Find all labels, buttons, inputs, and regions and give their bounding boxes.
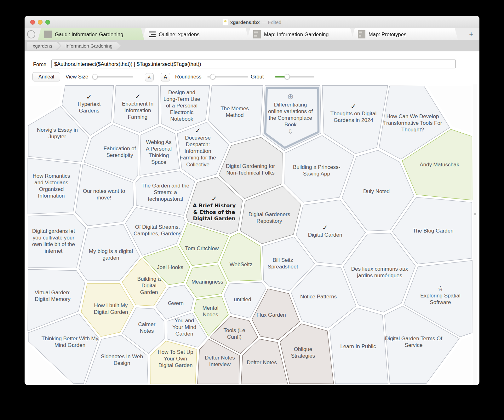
traffic-lights: [30, 20, 50, 25]
check-badge-icon: ✓: [69, 93, 110, 101]
tab-map-prototypes[interactable]: Map: Prototypes: [352, 28, 458, 40]
map-cell-label: Sidenotes In Web Design: [101, 354, 143, 366]
map-cell-how-i-built-my-digital-garden[interactable]: How I built My Digital Garden: [90, 302, 132, 315]
anneal-button[interactable]: Anneal: [32, 72, 60, 81]
map-cell-blog-garden[interactable]: The Blog Garden: [399, 227, 468, 234]
font-smaller-button[interactable]: A: [145, 73, 154, 81]
map-cell-thoughts-digital-gardens-2024[interactable]: ✓Thoughts on Digital Gardens in 2024: [326, 103, 381, 124]
slider-thumb[interactable]: [284, 74, 290, 79]
map-cell-label: Hypertext Gardens: [78, 101, 101, 114]
map-cell-untitled[interactable]: untitled: [227, 296, 258, 303]
tab-gaudi-information-gardening[interactable]: Gaudi: Information Gardening: [38, 28, 144, 40]
window-edited-status: — Edited: [262, 20, 281, 25]
map-cell-memes-method[interactable]: The Memes Method: [213, 105, 257, 118]
slider-thumb[interactable]: [92, 74, 98, 79]
grout-slider[interactable]: [275, 72, 314, 81]
map-cell-romantics-victorians[interactable]: How Romantics and Victorians Organized I…: [30, 173, 72, 199]
map-cell-mental-nodes[interactable]: Mental Nodes: [198, 305, 222, 318]
tab-map-information-gardening[interactable]: Map: Information Gardening: [247, 28, 353, 40]
map-cell-label: Mental Nodes: [202, 305, 218, 318]
map-cell-my-blog-digital-garden[interactable]: My blog is a digital garden: [86, 248, 136, 261]
add-link-icon[interactable]: ⊕: [267, 92, 314, 101]
map-cell-how-to-set-up[interactable]: How To Set Up Your Own Digital Garden: [158, 349, 193, 369]
check-badge-icon: ✓: [121, 93, 155, 101]
map-cell-sidenotes-web-design[interactable]: Sidenotes In Web Design: [96, 353, 148, 366]
map-cell-defter-notes[interactable]: Defter Notes: [244, 359, 280, 366]
gaudi-map[interactable]: ✓Hypertext Gardens✓Enactment In Informat…: [27, 84, 473, 385]
minimize-window-button[interactable]: [38, 20, 43, 25]
map-cell-meaningness[interactable]: Meaningness: [192, 279, 221, 285]
map-cell-label: Calmer Notes: [138, 321, 156, 334]
map-cell-notice-patterns[interactable]: Notice Patterns: [291, 293, 346, 300]
close-window-button[interactable]: [30, 20, 35, 25]
map-cell-tom-critchlow[interactable]: Tom Critchlow: [183, 245, 221, 252]
map-cell-label: A Brief History & Ethos of the Digital G…: [193, 203, 236, 222]
map-cell-joel-hooks[interactable]: Joel Hooks: [152, 264, 188, 271]
map-cell-enactment-information-farming[interactable]: ✓Enactment In Information Farming: [121, 93, 155, 120]
map-cell-norvig-jupyter[interactable]: Norvig’s Essay in Jupyter: [32, 127, 82, 140]
map-cell-thinking-better-mind-garden[interactable]: Thinking Better With My Mind Garden: [40, 335, 100, 348]
gaudi-view-icon: [44, 31, 52, 38]
map-cell-learn-in-public[interactable]: Learn In Public: [334, 343, 382, 350]
font-larger-button[interactable]: A: [161, 73, 170, 81]
tab-overview-button[interactable]: [25, 28, 38, 40]
map-cell-digital-streams-campfires[interactable]: Of Digital Streams, Campfires, Gardens: [133, 224, 182, 237]
star-badge-icon: ☆: [411, 285, 469, 292]
check-badge-icon: ✓: [192, 195, 237, 203]
map-cell-garden-and-stream[interactable]: The Garden and the Stream: a technopasto…: [141, 182, 189, 202]
map-cell-des-lieux-communs[interactable]: Des lieux communs aux jardins numériques: [349, 266, 410, 279]
roundness-slider[interactable]: [207, 72, 248, 81]
map-cell-design-long-term-notebook[interactable]: Design and Long-Term Use of a Personal E…: [163, 89, 201, 122]
map-cell-flux-garden[interactable]: Flux Garden: [253, 312, 290, 318]
map-cell-building-digital-garden[interactable]: Building a Digital Garden: [132, 276, 166, 296]
map-cell-label: Defter Notes: [247, 360, 277, 365]
map-cell-cultivate-internet[interactable]: Digital gardens let you cultivate your o…: [30, 228, 77, 254]
map-cell-calmer-notes[interactable]: Calmer Notes: [131, 321, 162, 334]
slider-track: [92, 76, 133, 78]
map-cell-hypertext-gardens[interactable]: ✓Hypertext Gardens: [69, 93, 110, 114]
map-cell-label: How Romantics and Victorians Organized I…: [32, 173, 70, 199]
map-cell-differentiating-commonplace[interactable]: ⊕Differentiating online variations of th…: [267, 92, 314, 136]
scroll-indicator: [474, 213, 476, 215]
map-cell-digital-gardeners-repository[interactable]: Digital Gardeners Repository: [244, 211, 294, 224]
map-cell-label: Digital Garden: [308, 232, 342, 238]
map-cell-princess-saving-app[interactable]: Building a Princess-Saving App: [287, 164, 346, 177]
map-cell-andy-matuschak[interactable]: Andy Matuschak: [410, 161, 469, 168]
breadcrumb-item-information-gardening[interactable]: Information Gardening: [58, 42, 121, 50]
scrollbar[interactable]: [473, 84, 477, 385]
map-cell-webseitz[interactable]: WebSeitz: [226, 261, 256, 268]
map-cell-virtual-garden-memory[interactable]: Virtual Garden: Digital Memory: [29, 289, 76, 302]
new-tab-button[interactable]: +: [463, 28, 479, 40]
map-cell-our-notes-move[interactable]: Our notes want to move!: [80, 188, 128, 201]
map-cell-tools-le-cunff[interactable]: Tools (Le Cunff): [216, 327, 253, 340]
map-cell-fabrication-serendipity[interactable]: Fabrication of Serendipity: [98, 145, 141, 158]
force-input[interactable]: [51, 60, 456, 68]
map-cell-label: Tom Critchlow: [185, 245, 219, 251]
map-cell-bill-seitz-spreadsheet[interactable]: Bill Seitz Spreadsheet: [262, 257, 303, 270]
map-cell-brief-history-ethos[interactable]: ✓A Brief History & Ethos of the Digital …: [192, 195, 237, 222]
map-cell-digital-gardening-non-technical[interactable]: Digital Gardening for Non-Technical Folk…: [224, 163, 277, 176]
map-cell-label: How I built My Digital Garden: [94, 302, 128, 315]
map-cell-oblique-strategies[interactable]: Oblique Strategies: [282, 346, 324, 359]
map-cell-you-and-your-mind-garden[interactable]: You and Your Mind Garden: [169, 317, 199, 337]
map-cell-weblog-personal-thinking[interactable]: Weblog As A Personal Thinking Space: [144, 139, 173, 165]
map-cell-gwern[interactable]: Gwern: [162, 300, 189, 307]
tab-label: Gaudi: Information Gardening: [55, 32, 123, 37]
map-cell-defter-notes-interview[interactable]: Defter Notes Interview: [204, 354, 235, 368]
map-cell-digital-garden[interactable]: ✓Digital Garden: [296, 224, 354, 238]
map-cell-docuverse-despatch[interactable]: ✓Docuverse Despatch: Information Farming…: [178, 127, 218, 168]
tab-outline-xgardens[interactable]: Outline: xgardens: [142, 28, 249, 40]
map-cell-digital-garden-terms[interactable]: Digital Garden Terms Of Service: [381, 335, 445, 348]
slider-thumb[interactable]: [210, 74, 215, 79]
outline-view-icon: [149, 32, 156, 37]
map-cell-label: Des lieux communs aux jardins numériques: [351, 266, 408, 279]
view-size-slider[interactable]: [92, 72, 133, 81]
zoom-window-button[interactable]: [45, 20, 50, 25]
titlebar: xgardens.tbx — Edited: [25, 16, 479, 29]
map-cell-exploring-spatial-software[interactable]: ☆Exploring Spatial Software: [411, 285, 469, 306]
map-cell-label: Building a Princess-Saving App: [293, 164, 340, 177]
breadcrumb-item-xgardens[interactable]: xgardens: [27, 42, 60, 50]
map-cell-duly-noted[interactable]: Duly Noted: [346, 188, 407, 195]
expand-down-icon[interactable]: ⇩: [267, 128, 314, 136]
map-cell-transformative-tools[interactable]: How Can We Develop Transformative Tools …: [383, 113, 443, 133]
